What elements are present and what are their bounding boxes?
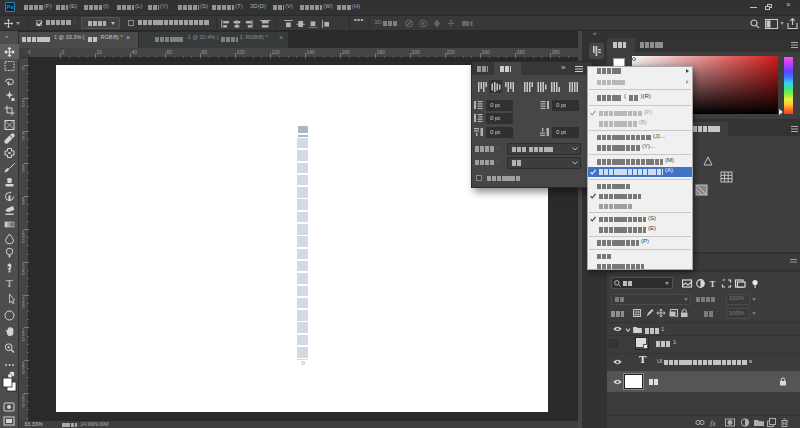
- svg-text:fx: fx: [710, 419, 716, 428]
- svg-text:T: T: [6, 277, 13, 289]
- svg-text:T: T: [710, 279, 716, 288]
